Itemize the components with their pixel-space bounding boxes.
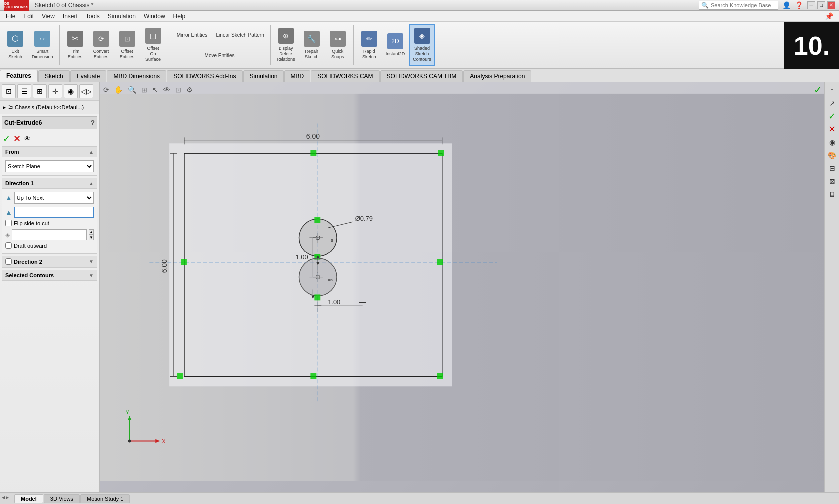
toolbar-instant2d[interactable]: 2D Instant2D (383, 24, 408, 66)
tab-analysis-preparation[interactable]: Analysis Preparation (463, 70, 531, 82)
tab-sketch[interactable]: Sketch (38, 70, 70, 82)
bottom-tab-motion-study[interactable]: Motion Study 1 (80, 494, 130, 503)
svg-rect-18 (177, 373, 183, 379)
tab-simulation[interactable]: Simulation (243, 70, 284, 82)
tab-solidworks-cam[interactable]: SOLIDWORKS CAM (311, 70, 379, 82)
shaded-sketch-icon: ◈ (414, 28, 430, 44)
pm-section-direction2: Direction 2 ▼ (2, 256, 97, 268)
right-icon-7[interactable]: ⊠ (826, 175, 838, 187)
tab-scroll-left[interactable]: ◀ (2, 495, 6, 502)
bottom-tab-3dviews[interactable]: 3D Views (44, 494, 80, 503)
tab-mbd-dimensions[interactable]: MBD Dimensions (107, 70, 166, 82)
menu-tools[interactable]: Tools (82, 12, 104, 21)
toolbar-smart-dimension[interactable]: ↔ SmartDimension (29, 24, 56, 66)
right-icon-8[interactable]: 🖥 (826, 188, 838, 200)
pm-dir1-input-row: ▲ (5, 207, 94, 218)
pm-flip-side-checkbox[interactable] (5, 220, 12, 226)
right-icon-3[interactable]: ✕ (826, 123, 838, 135)
toolbar-rapid-sketch[interactable]: ✏ RapidSketch (357, 24, 382, 66)
svg-rect-13 (310, 150, 316, 156)
property-manager: Cut-Extrude6 ? ✓ ✕ 👁 From ▲ Sketch Plane… (0, 114, 99, 492)
toolbar-linear-pattern[interactable]: Linear Sketch Pattern (213, 25, 267, 45)
step-number: 10. (784, 22, 839, 69)
exit-sketch-label: ExitSketch (8, 49, 22, 60)
toolbar-offset-surface[interactable]: ◫ OffsetOnSurface (141, 24, 166, 66)
pm-ok-button[interactable]: ✓ (3, 133, 10, 144)
user-icon[interactable]: 👤 (782, 1, 791, 9)
pm-draft-outward-row: Draft outward (5, 242, 94, 249)
right-icon-5[interactable]: 🎨 (826, 149, 838, 161)
menu-simulation[interactable]: Simulation (104, 12, 140, 21)
panel-icon-0[interactable]: ⊡ (2, 84, 16, 98)
toolbar-repair-sketch[interactable]: 🔧 RepairSketch (299, 24, 324, 66)
tab-mbd[interactable]: MBD (284, 70, 311, 82)
tab-solidworks-addins[interactable]: SOLIDWORKS Add-Ins (167, 70, 242, 82)
svg-point-56 (128, 440, 131, 443)
pm-preview-button[interactable]: 👁 (24, 135, 31, 143)
pm-cancel-button[interactable]: ✕ (13, 133, 21, 144)
pm-section-contours-header[interactable]: Selected Contours ▼ (2, 270, 97, 281)
panel-icon-4[interactable]: ◉ (64, 84, 78, 98)
bottom-tab-model[interactable]: Model (14, 494, 43, 503)
pm-section-dir1-header[interactable]: Direction 1 ▲ (2, 178, 97, 189)
toolbar-mirror[interactable]: Mirror Entities (172, 25, 212, 45)
toolbar-offset-entities[interactable]: ⊡ OffsetEntities (115, 24, 140, 66)
menu-view[interactable]: View (38, 12, 59, 21)
pm-dir1-depth-input[interactable] (14, 207, 94, 218)
right-icon-0[interactable]: ↑ (826, 84, 838, 96)
linear-pattern-label: Linear Sketch Pattern (216, 32, 264, 38)
panel-icon-2[interactable]: ⊞ (33, 84, 47, 98)
right-icon-6[interactable]: ⊟ (826, 162, 838, 174)
panel-icon-3[interactable]: ✛ (48, 84, 62, 98)
svg-rect-16 (437, 259, 443, 265)
tab-features[interactable]: Features (0, 70, 38, 82)
pm-spinner-up[interactable]: ▲ (89, 229, 94, 235)
pm-section-from-header[interactable]: From ▲ (2, 147, 97, 157)
pin-icon[interactable]: 📌 (821, 11, 837, 21)
menubar: File Edit View Insert Tools Simulation W… (0, 11, 839, 22)
toolbar-quick-snaps[interactable]: ⊶ QuickSnaps (325, 24, 350, 66)
menu-window[interactable]: Window (140, 12, 169, 21)
maximize-button[interactable]: □ (817, 1, 825, 9)
toolbar-trim-entities[interactable]: ✂ TrimEntities (63, 24, 88, 66)
search-box[interactable]: 🔍 (699, 1, 778, 10)
menu-insert[interactable]: Insert (59, 12, 82, 21)
display-delete-label: DisplayDeleteRelations (277, 46, 295, 62)
pm-dir1-select[interactable]: Up To Next Blind Through All Up To Surfa… (14, 192, 94, 204)
right-icon-2[interactable]: ✓ (826, 110, 838, 122)
tab-scroll-right[interactable]: ▶ (6, 495, 10, 502)
pm-draft-input[interactable] (12, 229, 87, 240)
tab-evaluate[interactable]: Evaluate (70, 70, 107, 82)
pm-spinner-down[interactable]: ▼ (89, 235, 94, 240)
pm-dir1-arrow-icon: ▲ (5, 194, 12, 202)
menu-file[interactable]: File (2, 12, 19, 21)
tree-item-chassis[interactable]: ▶ 🗂 Chassis (Default<<Defaul...) (1, 103, 98, 112)
pm-from-select[interactable]: Sketch Plane Surface/Face/Plane Vertex O… (5, 160, 94, 172)
svg-text:1.00: 1.00 (328, 298, 340, 306)
help-icon[interactable]: ❓ (795, 1, 803, 9)
menu-help[interactable]: Help (169, 12, 190, 21)
pm-actions-bar: ✓ ✕ 👁 (2, 131, 97, 146)
panel-icon-5[interactable]: ◁▷ (79, 84, 93, 98)
panel-icon-1[interactable]: ☰ (17, 84, 31, 98)
right-icon-1[interactable]: ↗ (826, 97, 838, 109)
svg-rect-24 (314, 217, 320, 223)
tab-solidworks-cam-tbm[interactable]: SOLIDWORKS CAM TBM (380, 70, 463, 82)
toolbar-shaded-sketch-contours[interactable]: ◈ ShadedSketchContours (409, 24, 435, 66)
pm-section-dir2-header[interactable]: Direction 2 ▼ (2, 256, 97, 267)
toolbar-exit-sketch[interactable]: ⬡ ExitSketch (3, 24, 28, 66)
close-button[interactable]: ✕ (827, 1, 835, 9)
toolbar-move-entities[interactable]: Move Entities (172, 46, 267, 65)
toolbar-convert-entities[interactable]: ⟳ ConvertEntities (89, 24, 114, 66)
tree-expand-icon: ▶ (3, 105, 6, 110)
right-icon-4[interactable]: ◉ (826, 136, 838, 148)
menu-edit[interactable]: Edit (19, 12, 38, 21)
pm-help-button[interactable]: ? (90, 119, 95, 127)
pm-draft-outward-checkbox[interactable] (5, 242, 12, 249)
search-input[interactable] (711, 2, 776, 8)
toolbar-display-delete-relations[interactable]: ⊕ DisplayDeleteRelations (274, 24, 298, 66)
minimize-button[interactable]: ─ (807, 1, 815, 9)
pm-dir1-body: ▲ Up To Next Blind Through All Up To Sur… (2, 189, 97, 253)
pm-dir2-checkbox[interactable] (5, 258, 12, 265)
quick-snaps-label: QuickSnaps (331, 49, 344, 60)
